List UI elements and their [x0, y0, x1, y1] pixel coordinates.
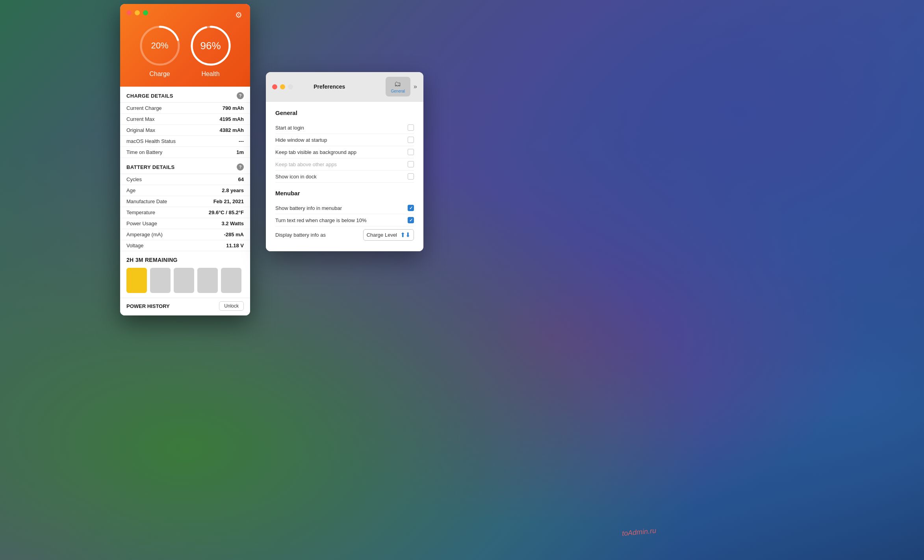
start-at-login-checkbox[interactable] — [408, 124, 414, 131]
show-icon-dock-label: Show icon in dock — [275, 174, 317, 180]
keep-tab-above-row: Keep tab above other apps — [275, 158, 414, 171]
table-row: Original Max 4382 mAh — [120, 125, 250, 136]
table-row: Amperage (mA) -285 mA — [120, 229, 250, 240]
battery-details-header: BATTERY DETAILS ? — [120, 158, 250, 174]
amperage-label: Amperage (mA) — [126, 232, 163, 237]
cycles-value: 64 — [238, 176, 244, 182]
table-row: Time on Battery 1m — [120, 147, 250, 158]
battery-app-window: ⚙ 20% Charge 96% — [120, 4, 250, 315]
display-battery-row: Display battery info as Charge Level ⬆⬇ — [275, 226, 414, 243]
charge-details-title: CHARGE DETAILS — [126, 93, 173, 99]
table-row: Manufacture Date Feb 21, 2021 — [120, 196, 250, 207]
keep-tab-above-checkbox[interactable] — [408, 161, 414, 167]
prefs-body: General Start at login Hide window at st… — [266, 102, 423, 251]
charge-help-icon[interactable]: ? — [237, 92, 244, 99]
battery-header: ⚙ 20% Charge 96% — [120, 4, 250, 87]
display-battery-label: Display battery info as — [275, 232, 326, 238]
power-bar-2 — [150, 268, 171, 293]
show-battery-menubar-checkbox[interactable] — [408, 205, 414, 211]
charge-label: Charge — [149, 70, 170, 78]
hide-window-label: Hide window at startup — [275, 137, 327, 143]
general-toolbar-icon: 🗂 — [394, 80, 401, 88]
show-icon-dock-row: Show icon in dock — [275, 171, 414, 183]
prefs-titlebar: Preferences 🗂 General » — [266, 72, 423, 102]
hide-window-row: Hide window at startup — [275, 134, 414, 146]
unlock-button[interactable]: Unlock — [219, 301, 244, 311]
voltage-value: 11.18 V — [226, 243, 244, 248]
charge-details-header: CHARGE DETAILS ? — [120, 87, 250, 103]
amperage-value: -285 mA — [224, 232, 244, 237]
turn-text-red-checkbox[interactable] — [408, 217, 414, 223]
close-button[interactable] — [126, 10, 132, 15]
macos-health-value: --- — [239, 138, 244, 144]
prefs-toolbar: 🗂 General » — [386, 77, 417, 96]
battery-circles: 20% Charge 96% Health — [126, 20, 244, 78]
health-percent: 96% — [189, 24, 232, 67]
start-at-login-row: Start at login — [275, 122, 414, 134]
general-toolbar-button[interactable]: 🗂 General — [386, 77, 411, 96]
manufacture-date-label: Manufacture Date — [126, 198, 167, 204]
power-history-label: POWER HISTORY — [126, 303, 170, 309]
select-arrow-icon: ⬆⬇ — [400, 231, 410, 239]
power-history-row: POWER HISTORY Unlock — [120, 298, 250, 315]
prefs-title: Preferences — [278, 83, 381, 90]
health-circle-container: 96% Health — [189, 24, 232, 78]
table-row: Current Max 4195 mAh — [120, 114, 250, 125]
preferences-window: Preferences 🗂 General » General Start at… — [266, 72, 423, 251]
table-row: macOS Health Status --- — [120, 136, 250, 147]
current-max-label: Current Max — [126, 116, 155, 122]
manufacture-date-value: Feb 21, 2021 — [213, 198, 244, 204]
charge-circle-container: 20% Charge — [138, 24, 182, 78]
battery-details-title: BATTERY DETAILS — [126, 164, 174, 170]
temperature-value: 29.6°C / 85.2°F — [209, 210, 244, 215]
power-usage-label: Power Usage — [126, 221, 157, 226]
keep-tab-visible-row: Keep tab visible as background app — [275, 146, 414, 158]
time-battery-label: Time on Battery — [126, 149, 162, 155]
gear-icon[interactable]: ⚙ — [235, 10, 244, 19]
prefs-close-button[interactable] — [272, 84, 277, 89]
age-label: Age — [126, 187, 135, 193]
hide-window-checkbox[interactable] — [408, 137, 414, 143]
charge-percent: 20% — [138, 24, 182, 67]
traffic-lights — [126, 10, 244, 15]
general-section-title: General — [275, 109, 414, 116]
show-battery-menubar-row: Show battery info in menubar — [275, 202, 414, 214]
table-row: Temperature 29.6°C / 85.2°F — [120, 207, 250, 218]
temperature-label: Temperature — [126, 210, 155, 215]
time-battery-value: 1m — [236, 149, 244, 155]
charge-circle: 20% — [138, 24, 182, 67]
keep-tab-visible-label: Keep tab visible as background app — [275, 149, 356, 155]
maximize-button[interactable] — [143, 10, 148, 15]
current-max-value: 4195 mAh — [220, 116, 244, 122]
power-bars — [120, 266, 250, 298]
health-label: Health — [201, 70, 219, 78]
power-bar-5 — [221, 268, 241, 293]
current-charge-value: 790 mAh — [223, 105, 244, 111]
turn-text-red-label: Turn text red when charge is below 10% — [275, 217, 366, 223]
keep-tab-visible-checkbox[interactable] — [408, 149, 414, 155]
battery-help-icon[interactable]: ? — [237, 163, 244, 171]
display-battery-value: Charge Level — [367, 232, 397, 238]
current-charge-label: Current Charge — [126, 105, 162, 111]
original-max-label: Original Max — [126, 127, 155, 133]
keep-tab-above-label: Keep tab above other apps — [275, 161, 337, 167]
table-row: Age 2.8 years — [120, 185, 250, 196]
table-row: Current Charge 790 mAh — [120, 103, 250, 114]
menubar-section-title: Menubar — [275, 190, 414, 197]
general-toolbar-label: General — [391, 89, 405, 93]
turn-text-red-row: Turn text red when charge is below 10% — [275, 214, 414, 226]
power-bar-1 — [126, 268, 147, 293]
age-value: 2.8 years — [222, 187, 244, 193]
show-battery-menubar-label: Show battery info in menubar — [275, 205, 342, 211]
macos-health-label: macOS Health Status — [126, 138, 176, 144]
table-row: Power Usage 3.2 Watts — [120, 218, 250, 229]
more-toolbar-button[interactable]: » — [414, 83, 417, 90]
cycles-label: Cycles — [126, 176, 142, 182]
remaining-text: 2H 3M REMAINING — [120, 251, 250, 266]
voltage-label: Voltage — [126, 243, 143, 248]
display-battery-select[interactable]: Charge Level ⬆⬇ — [363, 229, 414, 241]
table-row: Voltage 11.18 V — [120, 240, 250, 251]
table-row: Cycles 64 — [120, 174, 250, 185]
show-icon-dock-checkbox[interactable] — [408, 173, 414, 180]
minimize-button[interactable] — [135, 10, 140, 15]
